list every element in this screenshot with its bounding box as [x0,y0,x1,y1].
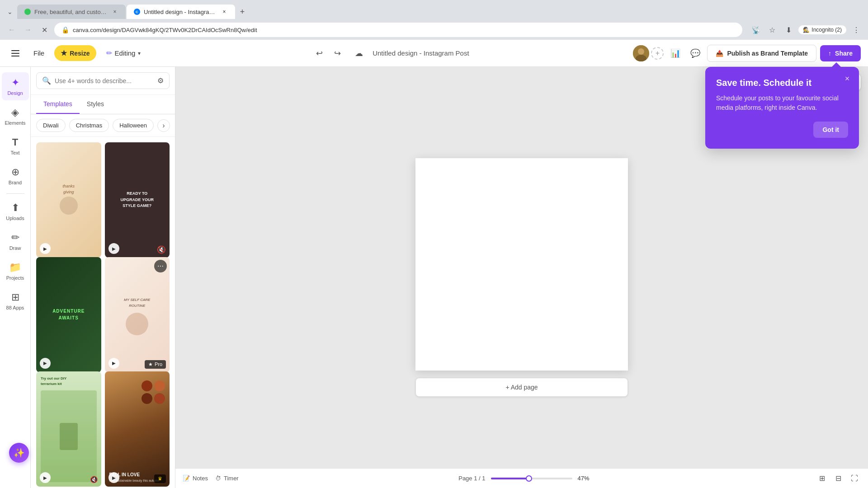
template-card-5[interactable]: Try out our DIYterrarium kit ▶ 🔇 [36,371,101,487]
grid-view-btn[interactable]: ⊞ [816,472,828,485]
tab-expand-btn[interactable]: ⌄ [4,5,16,18]
user-avatar[interactable] [633,45,649,61]
sidebar-item-draw-label: Draw [9,245,21,251]
notification-description: Schedule your posts to your favourite so… [716,94,848,113]
reload-btn[interactable]: ✕ [38,23,51,36]
save-status-button[interactable]: ☁ [351,45,367,61]
list-view-btn[interactable]: ⊟ [832,472,844,485]
magic-button[interactable]: ✨ [9,443,29,463]
timer-button[interactable]: ⏱ Timer [215,475,239,482]
tab-templates[interactable]: Templates [36,95,80,114]
tab-bar: ⌄ Free, beautiful, and customizab... × C… [0,0,868,20]
template-card-6[interactable]: FALL IN LOVE with sustainable beauty thi… [105,371,170,487]
template-card-2[interactable]: READY TOUPGRADE YOURSTYLE GAME? ▶ 🔇 [105,142,170,258]
toolbar-left: File ★ Resize ✏ Editing ▾ [7,45,147,61]
brand-icon: ⊕ [11,166,19,178]
editing-button[interactable]: ✏ Editing ▾ [100,45,147,61]
publish-button[interactable]: 📤 Publish as Brand Template [707,45,816,62]
forward-btn[interactable]: → [22,23,34,36]
tab-1[interactable]: Free, beautiful, and customizab... × [17,5,126,19]
chip-christmas[interactable]: Christmas [69,119,109,132]
resize-button[interactable]: ★ Resize [54,45,96,61]
templates-panel: 🔍 ⚙ Templates Styles Diwali Christmas Ha… [31,67,175,488]
panel-tabs: Templates Styles [31,95,175,114]
tab-2[interactable]: C Untitled design - Instagram Po... × [127,5,235,19]
timer-icon: ⏱ [215,475,221,482]
sidebar-item-brand[interactable]: ⊕ Brand [2,162,29,190]
avatar-group: + [633,45,664,61]
notification-close-btn[interactable]: × [841,72,854,85]
redo-button[interactable]: ↪ [329,45,345,61]
url-bar[interactable]: 🔒 canva.com/design/DAGVwk84gKQ/2TWv0K2Dr… [54,23,742,37]
incognito-text: Incognito (2) [811,27,842,33]
chip-more-btn[interactable]: › [157,119,170,132]
analytics-button[interactable]: 📊 [667,45,684,61]
template-card-1[interactable]: thanksgiving ▶ [36,142,101,258]
sidebar-item-apps[interactable]: ⊞ 88 Apps [2,287,29,315]
tab-1-title: Free, beautiful, and customizab... [34,9,108,15]
new-tab-btn[interactable]: + [236,5,249,18]
template-card-4[interactable]: MY SELF CAREROUTINE ⋯ ▶ ★ Pro [105,257,170,372]
share-label: Share [835,50,853,57]
chip-halloween[interactable]: Halloween [113,119,154,132]
share-button[interactable]: ↑ Share [820,45,861,61]
slider-thumb[interactable] [526,475,532,482]
tab-2-favicon: C [134,9,140,15]
search-input[interactable] [55,77,154,84]
tab-styles[interactable]: Styles [80,95,111,114]
sidebar-icons: ✦ Design ◈ Elements T Text ⊕ Brand ⬆ Upl… [0,67,31,488]
menu-icon[interactable]: ⋮ [850,23,863,36]
avatar-image [633,45,649,61]
templates-grid: thanksgiving ▶ READY TOUPGRADE YOURSTYLE… [31,137,175,488]
tab-1-close[interactable]: × [111,8,118,15]
add-collaborator-button[interactable]: + [651,47,664,60]
add-page-button[interactable]: + Add page [415,378,628,397]
notes-label: Notes [193,475,208,482]
sidebar-item-elements-label: Elements [5,120,26,126]
download-icon[interactable]: ⬇ [782,23,795,36]
app-toolbar: File ★ Resize ✏ Editing ▾ ↩ ↪ ☁ Untitled… [0,40,868,67]
notes-button[interactable]: 📝 Notes [183,475,208,482]
zoom-slider[interactable] [491,478,572,479]
template-card-3[interactable]: ADVENTUREAWAITS ▶ [36,257,101,372]
back-btn[interactable]: ← [5,23,18,36]
status-center: Page 1 / 1 47% [458,475,595,482]
sidebar-item-elements[interactable]: ◈ Elements [2,102,29,130]
got-it-button[interactable]: Got it [813,122,848,138]
status-left: 📝 Notes ⏱ Timer [183,475,239,482]
sidebar-item-projects[interactable]: 📁 Projects [2,257,29,285]
sidebar-item-uploads-label: Uploads [6,216,24,221]
chip-diwali[interactable]: Diwali [36,119,66,132]
sidebar-item-brand-label: Brand [9,180,22,185]
canvas-container [415,158,628,371]
status-right: ⊞ ⊟ ⛶ [816,472,861,485]
notification-popup: × Save time. Schedule it Schedule your p… [705,67,859,149]
file-button[interactable]: File [27,46,51,61]
comment-button[interactable]: 💬 [687,45,703,61]
browser-nav: ← → ✕ 🔒 canva.com/design/DAGVwk84gKQ/2TW… [0,20,868,40]
publish-label: Publish as Brand Template [727,50,808,57]
sidebar-item-design[interactable]: ✦ Design [2,72,29,100]
notification-actions: Got it [716,122,848,138]
tab-1-favicon [24,9,31,15]
zoom-percent: 47% [578,475,596,482]
publish-icon: 📤 [716,50,723,57]
hamburger-menu[interactable] [7,45,24,61]
sidebar-item-text[interactable]: T Text [2,132,29,160]
lock-icon: 🔒 [61,26,69,33]
card-4-more-btn[interactable]: ⋯ [154,260,167,272]
bookmark-icon[interactable]: ☆ [766,23,778,36]
filter-icon[interactable]: ⚙ [157,76,164,85]
apps-icon: ⊞ [11,291,19,303]
resize-star-icon: ★ [61,49,67,57]
undo-button[interactable]: ↩ [311,45,327,61]
search-magnify-icon: 🔍 [42,76,51,85]
cast-icon[interactable]: 📡 [750,23,762,36]
incognito-badge: 🕵 Incognito (2) [798,25,846,34]
url-text: canva.com/design/DAGVwk84gKQ/2TWv0K2DrCA… [73,27,735,33]
sidebar-item-uploads[interactable]: ⬆ Uploads [2,197,29,225]
tab-2-close[interactable]: × [221,8,228,15]
search-box[interactable]: 🔍 ⚙ [36,72,170,89]
sidebar-item-draw[interactable]: ✏ Draw [2,227,29,255]
fullscreen-btn[interactable]: ⛶ [848,472,861,485]
